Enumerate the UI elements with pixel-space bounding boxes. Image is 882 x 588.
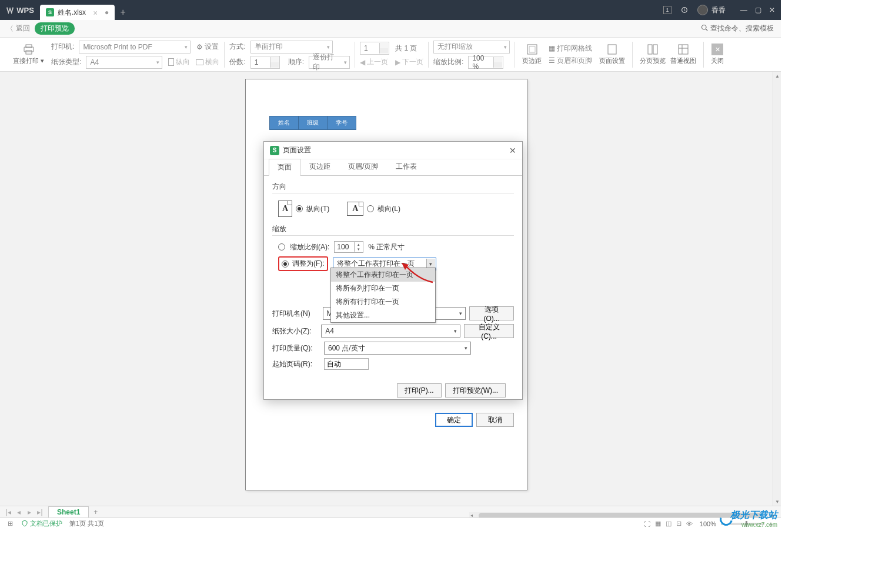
- minimize-button[interactable]: —: [740, 6, 748, 14]
- paper-size-row: 纸张大小(Z): A4 自定义(C)...: [272, 322, 514, 340]
- sheet-nav-prev[interactable]: ◂: [14, 508, 24, 516]
- next-page-button[interactable]: ▶下一页: [395, 57, 423, 67]
- adjust-to-radio[interactable]: [282, 260, 289, 268]
- print-preview-badge: 打印预览: [35, 22, 75, 35]
- sheet-bar: |◂ ◂ ▸ ▸| Sheet1 + ◂ ▸: [0, 506, 781, 517]
- view-icon-4[interactable]: ⊡: [675, 520, 683, 528]
- normal-view-button[interactable]: 普通视图: [668, 44, 699, 65]
- adjust-to-highlight: 调整为(F):: [278, 256, 328, 271]
- copies-spinner[interactable]: 1: [250, 56, 280, 69]
- margins-icon: [525, 44, 539, 55]
- table-header: 学号: [328, 116, 356, 130]
- paper-size-combo[interactable]: A4: [321, 325, 460, 338]
- dialog-tabs: 页面 页边距 页眉/页脚 工作表: [264, 159, 522, 176]
- sheet-nav-next[interactable]: ▸: [25, 508, 34, 516]
- print-preview-button[interactable]: 打印预览(W)...: [445, 383, 506, 397]
- view-icon-3[interactable]: ◫: [664, 520, 673, 528]
- back-icon[interactable]: 〈: [6, 24, 14, 34]
- svg-rect-5: [26, 51, 32, 54]
- landscape-option[interactable]: A 横向(L): [347, 202, 400, 216]
- view-mode-icons: ⛶ ▦ ◫ ⊡ 👁: [643, 520, 694, 528]
- app-logo[interactable]: WPS: [0, 0, 40, 20]
- app-box-icon[interactable]: 1: [663, 6, 671, 14]
- tab-page[interactable]: 页面: [269, 159, 300, 176]
- tab-close-icon[interactable]: ●: [105, 8, 109, 16]
- scale-mode-select[interactable]: 无打印缩放: [433, 41, 510, 54]
- portrait-option[interactable]: A 纵向(T): [278, 201, 329, 217]
- options-button[interactable]: 选项(O)...: [469, 306, 514, 320]
- printer-select[interactable]: Microsoft Print to PDF: [79, 41, 191, 54]
- scale-ratio-suffix: % 正常尺寸: [368, 242, 405, 252]
- page-total: 共 1 页: [395, 44, 417, 54]
- scroll-down-icon[interactable]: ▼: [773, 497, 781, 506]
- search-commands[interactable]: 查找命令、搜索模板: [701, 24, 774, 34]
- margins-button[interactable]: 页边距: [520, 44, 544, 65]
- landscape-toggle[interactable]: 横向: [196, 57, 219, 67]
- zoom-slider[interactable]: [729, 523, 764, 525]
- paper-type-select[interactable]: A4: [86, 56, 162, 69]
- titlebar-right: 1 香香 — ▢ ✕: [663, 5, 776, 15]
- add-sheet-button[interactable]: +: [89, 508, 102, 516]
- scaling-fieldset: 缩放 缩放比例(A): 100 ▲▼ % 正常尺寸 调整为(F): 将整个工作表…: [272, 224, 514, 273]
- dropdown-option[interactable]: 将整个工作表打印在一页: [331, 268, 435, 282]
- cancel-button[interactable]: 取消: [476, 413, 514, 427]
- zoom-in-button[interactable]: +: [767, 520, 775, 528]
- portrait-page-icon: A: [278, 201, 292, 217]
- eye-icon[interactable]: 👁: [686, 520, 694, 528]
- titlebar: WPS S 姓名.xlsx ⨯ ● + 1 香香 — ▢ ✕: [0, 0, 781, 20]
- scale-ratio-spinner[interactable]: 100 %: [468, 56, 503, 69]
- page-break-button[interactable]: 分页预览: [637, 44, 668, 65]
- spreadsheet-icon: S: [46, 8, 54, 16]
- return-label[interactable]: 返回: [16, 24, 30, 34]
- dropdown-option[interactable]: 将所有列打印在一页: [331, 282, 435, 295]
- mode-select[interactable]: 单面打印: [250, 41, 333, 54]
- header-footer-button[interactable]: ☰页眉和页脚: [549, 56, 592, 66]
- tab-header-footer[interactable]: 页眉/页脚: [339, 158, 387, 175]
- ok-button[interactable]: 确定: [435, 413, 473, 427]
- user-area[interactable]: 香香: [697, 5, 726, 15]
- dialog-close-button[interactable]: ✕: [509, 146, 516, 155]
- gridlines-toggle[interactable]: ▦打印网格线: [549, 44, 592, 54]
- scale-ratio-input[interactable]: 100 ▲▼: [334, 241, 363, 253]
- view-icon-2[interactable]: ▦: [654, 520, 662, 528]
- print-quality-combo[interactable]: 600 点/英寸: [324, 342, 471, 355]
- prev-page-button[interactable]: ◀上一页: [360, 57, 388, 67]
- close-window-button[interactable]: ✕: [768, 6, 776, 14]
- settings-link[interactable]: ⚙ 设置: [196, 42, 219, 52]
- orientation-fieldset: 方向 A 纵向(T) A 横向(L): [272, 182, 514, 217]
- zoom-out-button[interactable]: −: [719, 520, 727, 528]
- maximize-button[interactable]: ▢: [754, 6, 762, 14]
- portrait-radio[interactable]: [296, 205, 303, 212]
- new-tab-button[interactable]: +: [115, 5, 131, 20]
- table-header: 班级: [299, 116, 328, 130]
- svg-rect-7: [529, 46, 535, 52]
- document-tab[interactable]: S 姓名.xlsx ⨯ ●: [40, 5, 115, 20]
- direct-print-label: 直接打印 ▾: [13, 56, 44, 65]
- sheet-nav-first[interactable]: |◂: [4, 508, 13, 516]
- dropdown-option[interactable]: 将所有行打印在一页: [331, 295, 435, 309]
- preview-table: 姓名 班级 学号: [269, 116, 356, 130]
- start-page-input[interactable]: [324, 358, 369, 370]
- landscape-radio[interactable]: [367, 205, 374, 212]
- close-preview-button[interactable]: ✕ 关闭: [709, 44, 726, 65]
- notification-icon[interactable]: [680, 5, 689, 15]
- protected-status[interactable]: 文档已保护: [21, 519, 62, 528]
- custom-button[interactable]: 自定义(C)...: [464, 324, 514, 338]
- sheet-nav-last[interactable]: ▸|: [35, 508, 45, 516]
- portrait-toggle[interactable]: 纵向: [168, 57, 190, 67]
- direct-print-button[interactable]: 直接打印 ▾: [11, 44, 46, 65]
- tab-worksheet[interactable]: 工作表: [387, 158, 426, 175]
- page-number-spinner[interactable]: 1: [360, 42, 389, 55]
- dropdown-option[interactable]: 其他设置...: [331, 309, 435, 322]
- sheet-tab[interactable]: Sheet1: [48, 506, 89, 517]
- vertical-scrollbar[interactable]: ▲ ▼: [773, 72, 781, 506]
- view-icon-1[interactable]: ⛶: [643, 520, 652, 528]
- tab-margins[interactable]: 页边距: [300, 158, 339, 175]
- adjust-to-label: 调整为(F):: [292, 259, 325, 269]
- scale-ratio-radio[interactable]: [278, 243, 285, 250]
- order-select[interactable]: 逐份打印: [309, 56, 350, 69]
- page-setup-button[interactable]: 页面设置: [597, 44, 627, 65]
- print-button[interactable]: 打印(P)...: [397, 383, 442, 397]
- scroll-up-icon[interactable]: ▲: [773, 72, 781, 80]
- layout-icon[interactable]: ⊞: [6, 520, 14, 528]
